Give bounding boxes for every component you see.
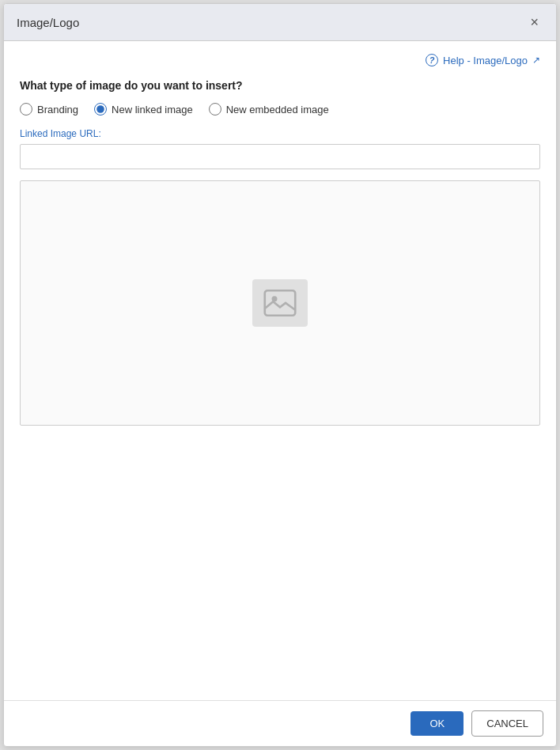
radio-new-embedded-input[interactable] bbox=[209, 103, 221, 116]
radio-new-linked[interactable]: New linked image bbox=[94, 103, 193, 116]
ok-button[interactable]: OK bbox=[411, 711, 464, 736]
radio-group: Branding New linked image New embedded i… bbox=[20, 103, 540, 116]
radio-new-embedded-label: New embedded image bbox=[226, 104, 329, 116]
image-preview bbox=[20, 180, 540, 426]
dialog-header: Image/Logo × bbox=[4, 4, 556, 41]
external-link-icon: ↗ bbox=[532, 55, 540, 66]
radio-new-linked-label: New linked image bbox=[112, 104, 193, 116]
close-button[interactable]: × bbox=[525, 13, 543, 31]
help-link[interactable]: ? Help - Image/Logo ↗ bbox=[20, 54, 540, 66]
image-icon bbox=[263, 289, 297, 317]
cancel-button[interactable]: CANCEL bbox=[471, 710, 543, 737]
radio-branding-input[interactable] bbox=[20, 103, 32, 116]
url-input[interactable] bbox=[20, 144, 540, 169]
help-icon: ? bbox=[426, 54, 438, 66]
dialog-footer: OK CANCEL bbox=[4, 700, 556, 746]
dialog-body: ? Help - Image/Logo ↗ What type of image… bbox=[4, 41, 556, 700]
radio-branding[interactable]: Branding bbox=[20, 103, 78, 116]
url-label: Linked Image URL: bbox=[20, 128, 540, 139]
dialog-title: Image/Logo bbox=[17, 16, 79, 29]
question-label: What type of image do you want to insert… bbox=[20, 79, 540, 92]
radio-branding-label: Branding bbox=[37, 104, 78, 116]
svg-rect-0 bbox=[265, 290, 296, 316]
radio-new-embedded[interactable]: New embedded image bbox=[209, 103, 329, 116]
help-link-text: Help - Image/Logo bbox=[443, 55, 528, 66]
image-logo-dialog: Image/Logo × ? Help - Image/Logo ↗ What … bbox=[3, 3, 557, 747]
image-placeholder bbox=[252, 279, 308, 327]
radio-new-linked-input[interactable] bbox=[94, 103, 107, 116]
